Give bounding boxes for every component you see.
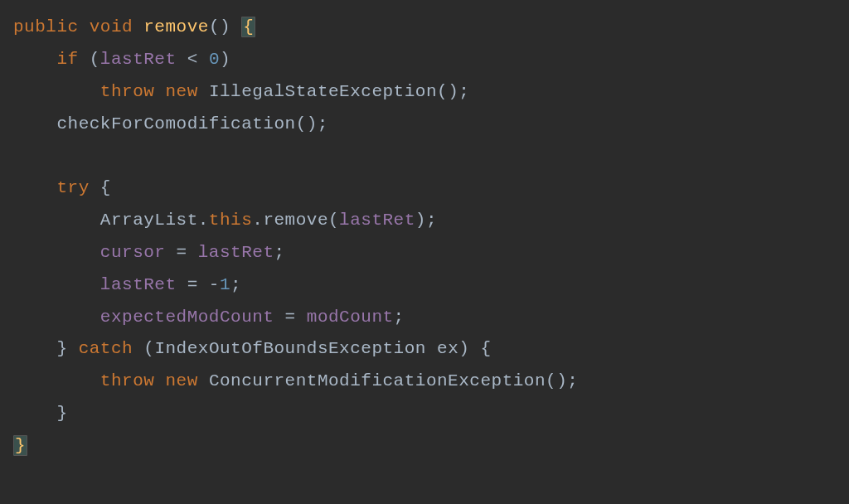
- exception-type: ConcurrentModificationException: [209, 371, 546, 390]
- call-tail: );: [415, 211, 437, 230]
- keyword-if: if: [56, 50, 78, 69]
- method-name: remove: [143, 17, 209, 36]
- method-close-brace: }: [13, 435, 27, 456]
- dot: .: [198, 211, 209, 230]
- keyword-new: new: [165, 82, 197, 101]
- operator-eq: =: [274, 308, 306, 327]
- call-tail: ();: [546, 371, 578, 390]
- parens: (): [209, 17, 230, 36]
- paren-close-brace: ) {: [458, 339, 491, 358]
- field-lastret: lastRet: [100, 50, 177, 69]
- exception-decl: IndexOutOfBoundsException ex: [154, 339, 458, 358]
- paren-open: (: [90, 50, 100, 69]
- number-zero: 0: [209, 50, 220, 69]
- semicolon: ;: [274, 243, 284, 262]
- close-brace: }: [56, 339, 67, 358]
- keyword-try: try: [56, 178, 89, 197]
- keyword-throw: throw: [100, 371, 155, 390]
- keyword-this: this: [209, 211, 252, 230]
- class-arraylist: ArrayList: [100, 211, 198, 230]
- field-modcount: modCount: [307, 308, 394, 327]
- operator-eq: = -: [177, 275, 220, 294]
- brace: {: [90, 178, 111, 197]
- method-remove: remove(: [263, 211, 339, 230]
- exception-type: IllegalStateException: [209, 82, 437, 101]
- close-brace: }: [56, 404, 67, 423]
- call-tail: ();: [437, 82, 469, 101]
- keyword-throw: throw: [100, 82, 155, 101]
- semicolon: ;: [394, 308, 405, 327]
- field-emc: expectedModCount: [100, 308, 274, 327]
- operator-eq: =: [165, 243, 197, 262]
- keyword-void: void: [90, 17, 133, 36]
- open-brace: {: [241, 17, 255, 37]
- field-lastret: lastRet: [100, 275, 177, 294]
- field-lastret: lastRet: [339, 211, 415, 230]
- semicolon: ;: [230, 275, 241, 294]
- keyword-public: public: [13, 17, 79, 36]
- code-block: public void remove() { if (lastRet < 0) …: [0, 0, 849, 474]
- keyword-new: new: [165, 371, 197, 390]
- keyword-catch: catch: [79, 339, 133, 358]
- operator-lt: <: [177, 50, 209, 69]
- number-one: 1: [220, 275, 230, 294]
- dot: .: [252, 211, 263, 230]
- paren-close: ): [220, 50, 230, 69]
- field-cursor: cursor: [100, 243, 166, 262]
- paren-open: (: [133, 339, 154, 358]
- field-lastret: lastRet: [198, 243, 274, 262]
- method-call: checkForComodification();: [56, 114, 328, 133]
